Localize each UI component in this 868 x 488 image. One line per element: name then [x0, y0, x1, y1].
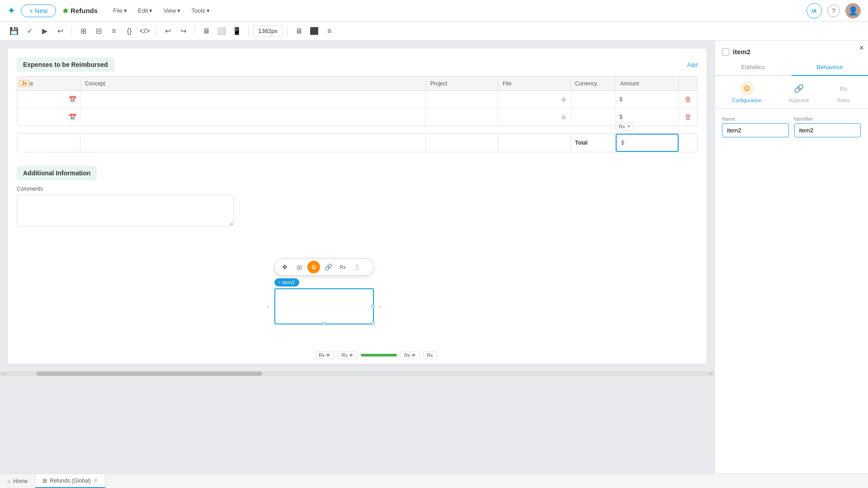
hyperlink-label: Hyperlink — [788, 98, 809, 103]
redo-button[interactable]: ↪ — [176, 24, 190, 38]
tablet-button[interactable]: ⬜ — [215, 24, 228, 38]
right-arrow[interactable]: › — [379, 303, 381, 310]
delete-icon-1[interactable]: 🗑 — [684, 95, 692, 103]
divider-2 — [156, 26, 156, 36]
subtab-rules[interactable]: Rx Rules — [836, 81, 851, 103]
cell-project-1 — [426, 91, 498, 108]
total-amount-input[interactable] — [625, 140, 673, 146]
mobile-button[interactable]: 📱 — [230, 24, 244, 38]
delete-icon-2[interactable]: 🗑 — [684, 113, 692, 121]
home-icon: ⌂ — [7, 478, 10, 484]
item2-element-box[interactable]: ‹ › — [274, 288, 374, 324]
total-row: Total Rx ✕ $ — [17, 133, 698, 152]
nav-file[interactable]: File ▾ — [108, 5, 132, 16]
data-button[interactable]: ≡ — [107, 24, 121, 38]
save-button[interactable]: 💾 — [7, 24, 21, 38]
divider-3 — [194, 26, 195, 36]
tab-home[interactable]: ⌂ Home — [0, 474, 35, 488]
subtab-configuration[interactable]: ⚙ Configuration — [732, 81, 761, 103]
currency-input-2[interactable] — [574, 114, 612, 120]
scroll-left-arrow[interactable]: ‹ — [0, 371, 7, 376]
right-panel-item-header: item2 — [715, 41, 868, 59]
main-layout: Expenses to be Reimbursed Add Js Date Co… — [0, 41, 868, 474]
resize-handle-bm[interactable] — [322, 322, 326, 325]
name-label: Name — [722, 116, 789, 122]
code-curly-button[interactable]: {} — [123, 24, 136, 38]
item-checkbox[interactable] — [722, 48, 729, 56]
rx-tool-btn[interactable]: Rx — [336, 261, 349, 273]
cell-file-2: ⊕ — [498, 108, 571, 126]
canvas-horizontal-scrollbar[interactable]: ‹ › — [0, 371, 714, 376]
ia-badge[interactable]: IA — [807, 3, 822, 19]
name-input[interactable] — [722, 123, 789, 137]
total-rx-badge: Rx — [619, 124, 625, 129]
nav-view[interactable]: View ▾ — [159, 5, 185, 16]
circle-tool-btn[interactable]: ◎ — [293, 261, 306, 273]
comments-label: Comments — [17, 186, 698, 192]
cell-amount-1: $ — [616, 91, 679, 108]
project-input-1[interactable] — [429, 96, 494, 103]
add-link[interactable]: Add — [687, 61, 698, 68]
move-tool-btn[interactable]: ✥ — [278, 261, 291, 273]
upload-icon-2[interactable]: ⊕ — [561, 113, 566, 121]
cell-delete-1: 🗑 — [679, 91, 697, 108]
cell-file-1: ⊕ — [498, 91, 571, 108]
file-input-2[interactable] — [502, 114, 561, 120]
gear-tool-btn[interactable]: ⚙ — [307, 261, 320, 273]
refunds-label: Refunds — [63, 7, 98, 14]
new-button[interactable]: + New — [21, 5, 56, 17]
scrollbar-thumb[interactable] — [36, 371, 262, 376]
total-label-cell: Total — [571, 134, 616, 152]
layers-button[interactable]: ⊟ — [92, 24, 105, 38]
refresh-button[interactable]: ↩ — [53, 24, 67, 38]
monitor-button[interactable]: 🖥 — [292, 24, 306, 38]
divider-5 — [287, 26, 288, 36]
calendar-icon-2[interactable]: 📅 — [69, 113, 76, 121]
scroll-right-arrow[interactable]: › — [707, 371, 714, 376]
resize-handle-mr[interactable] — [371, 305, 375, 308]
tab-esthetics[interactable]: Esthetics — [715, 59, 792, 75]
subtab-hyperlink[interactable]: 🔗 Hyperlink — [788, 81, 809, 103]
identifier-input[interactable] — [794, 123, 861, 137]
canvas-area[interactable]: Expenses to be Reimbursed Add Js Date Co… — [0, 41, 714, 474]
px-value: 1382px — [253, 25, 283, 37]
window-button[interactable]: ⬛ — [307, 24, 321, 38]
nav-tools[interactable]: Tools ▾ — [187, 5, 214, 16]
more-tool-btn[interactable]: ⋮ — [351, 261, 363, 273]
code-angle-button[interactable]: </> — [138, 24, 151, 38]
help-button[interactable]: ? — [827, 5, 840, 17]
settings-button[interactable]: ≡ — [323, 24, 336, 38]
nav-edit[interactable]: Edit ▾ — [133, 5, 157, 16]
desktop-button[interactable]: 🖥 — [199, 24, 213, 38]
amount-input-2[interactable] — [623, 114, 675, 120]
left-arrow[interactable]: ‹ — [267, 303, 269, 310]
date-input-1[interactable] — [21, 96, 69, 103]
concept-input-2[interactable] — [84, 114, 422, 120]
calendar-icon-1[interactable]: 📅 — [69, 96, 76, 103]
tab-behaviour[interactable]: Behaviour — [792, 59, 868, 76]
comments-textarea[interactable] — [17, 195, 234, 226]
total-col-1 — [17, 134, 80, 152]
currency-input-1[interactable] — [574, 96, 612, 103]
upload-icon-1[interactable]: ⊕ — [561, 96, 566, 103]
total-rx-close[interactable]: ✕ — [627, 123, 631, 129]
user-avatar[interactable]: 👤 — [845, 3, 861, 19]
tab-refunds-global[interactable]: ⊞ Refunds (Global) ✕ — [35, 474, 105, 488]
item2-tag-label: item2 — [283, 280, 295, 285]
right-panel-close[interactable]: ✕ — [859, 44, 864, 52]
amount-input-1[interactable] — [623, 96, 675, 103]
refunds-tab-icon: ⊞ — [42, 478, 47, 484]
play-button[interactable]: ▶ — [38, 24, 52, 38]
refunds-tab-close[interactable]: ✕ — [94, 478, 98, 483]
bottom-canvas-elements: Rx 👁 Rx 👁 Rx 👁 Rx — [315, 351, 437, 359]
concept-input-1[interactable] — [84, 96, 422, 103]
file-input-1[interactable] — [502, 96, 561, 103]
check-button[interactable]: ✓ — [23, 24, 36, 38]
project-input-2[interactable] — [429, 114, 494, 120]
rules-icon: Rx — [836, 81, 851, 96]
components-button[interactable]: ⊞ — [76, 24, 90, 38]
undo-button[interactable]: ↩ — [161, 24, 175, 38]
date-input-2[interactable] — [21, 114, 69, 120]
resize-handle-br[interactable] — [371, 322, 375, 325]
link-tool-btn[interactable]: 🔗 — [322, 261, 335, 273]
